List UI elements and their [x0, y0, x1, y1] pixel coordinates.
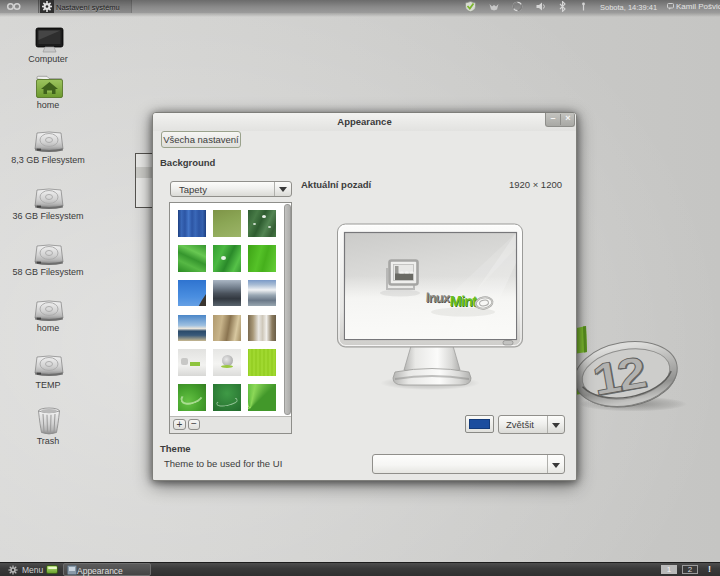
- svg-text:lnux: lnux: [425, 290, 451, 305]
- svg-text:Mint: Mint: [449, 293, 477, 309]
